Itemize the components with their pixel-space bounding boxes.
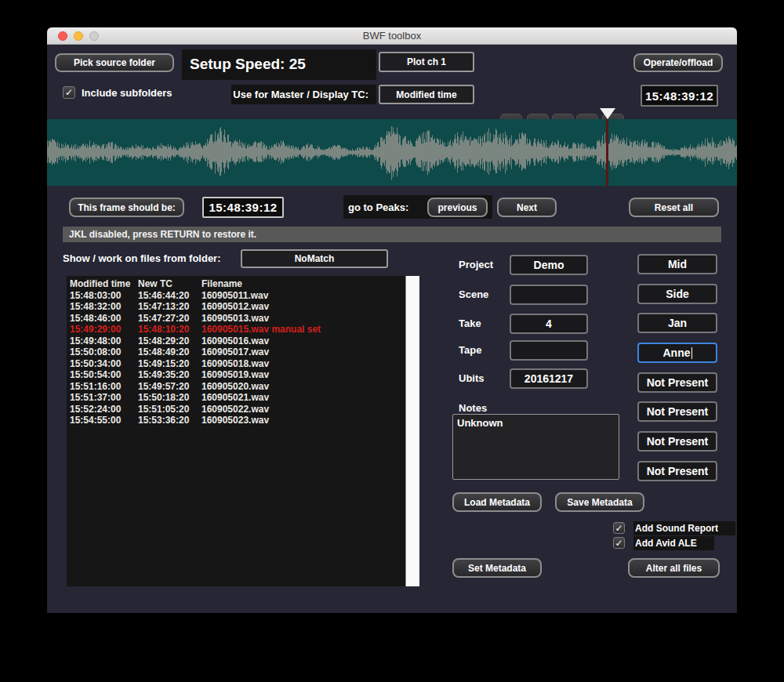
file-row[interactable]: 15:51:16:0015:49:57:20160905020.wav: [70, 381, 405, 393]
file-row-cell: 15:50:18:20: [138, 392, 201, 404]
include-subfolders-checkbox[interactable]: ✓: [63, 86, 75, 99]
file-row[interactable]: 15:48:03:0015:46:44:20160905011.wav: [70, 290, 405, 302]
track-name-field-8[interactable]: Not Present: [637, 461, 717, 481]
set-metadata-button[interactable]: Set Metadata: [452, 558, 542, 578]
reset-all-button[interactable]: Reset all: [629, 198, 719, 217]
file-row-cell: 15:51:37:00: [70, 392, 138, 404]
status-bar: JKL disabled, press RETURN to restore it…: [63, 227, 721, 242]
track-name-field-5[interactable]: Not Present: [637, 372, 717, 393]
title-bar[interactable]: BWF toolbox: [47, 27, 737, 45]
file-row-cell: 15:53:36:20: [138, 415, 201, 426]
use-for-master-label: Use for Master / Display TC:: [231, 85, 376, 104]
track-name-field-2[interactable]: Side: [637, 284, 717, 304]
file-row-cell: 15:50:54:00: [70, 369, 138, 381]
file-row-cell: 15:49:48:00: [70, 336, 138, 347]
file-row-cell: 15:51:16:00: [70, 381, 138, 393]
track-name-field-7[interactable]: Not Present: [637, 431, 717, 452]
tape-label: Tape: [459, 344, 481, 356]
file-row-cell: 160905022.wav: [201, 404, 269, 415]
file-row-cell: 15:49:15:20: [138, 358, 201, 370]
file-row-cell: 160905012.wav: [201, 301, 269, 313]
file-row-cell: 160905013.wav: [201, 313, 269, 325]
file-row-cell: 15:48:03:00: [70, 290, 138, 302]
master-timecode-display: 15:48:39:12: [641, 85, 718, 107]
desktop-background: BWF toolbox Pick source folder Setup Spe…: [0, 0, 784, 682]
show-work-label: Show / work on files from folder:: [63, 252, 221, 264]
file-list-scrollbar[interactable]: [405, 276, 419, 586]
file-row-cell: 160905021.wav: [201, 392, 269, 404]
project-label: Project: [459, 259, 493, 270]
file-row-cell: 15:51:05:20: [138, 404, 201, 415]
window-title: BWF toolbox: [47, 30, 737, 42]
frame-timecode-input[interactable]: 15:48:39:12: [202, 197, 284, 218]
plot-ch1-button[interactable]: Plot ch 1: [379, 52, 474, 72]
column-filename: Filename: [201, 278, 242, 290]
track-name-field-3[interactable]: Jan: [637, 313, 717, 333]
file-row[interactable]: 15:50:34:0015:49:15:20160905018.wav: [70, 358, 405, 370]
notes-label: Notes: [459, 402, 487, 414]
file-row-cell: 160905023.wav: [201, 415, 269, 426]
file-row-cell: 15:48:46:00: [70, 313, 138, 325]
file-row[interactable]: 15:54:55:0015:53:36:20160905023.wav: [70, 415, 405, 426]
scene-field[interactable]: [510, 285, 588, 305]
file-row-cell: 160905016.wav: [201, 336, 269, 347]
file-row-cell: 15:54:55:00: [70, 415, 138, 426]
file-row-cell: 160905018.wav: [201, 358, 269, 370]
setup-speed-panel: Setup Speed: 25: [182, 49, 376, 80]
file-rows: 15:48:03:0015:46:44:20160905011.wav15:48…: [70, 290, 405, 426]
ubits-label: Ubits: [459, 372, 485, 384]
previous-peak-button[interactable]: previous: [427, 198, 488, 217]
file-row[interactable]: 15:51:37:0015:50:18:20160905021.wav: [70, 392, 405, 404]
bwf-toolbox-window: BWF toolbox Pick source folder Setup Spe…: [47, 27, 737, 613]
next-peak-button[interactable]: Next: [497, 198, 557, 217]
track-name-field-1[interactable]: Mid: [637, 254, 717, 274]
file-row-cell: 160905020.wav: [201, 381, 269, 393]
notes-textarea[interactable]: Unknown: [452, 414, 619, 480]
file-row-cell: 15:47:27:20: [138, 313, 201, 325]
take-field[interactable]: 4: [510, 314, 588, 334]
save-metadata-button[interactable]: Save Metadata: [555, 492, 644, 512]
file-row-cell: 15:49:57:20: [138, 381, 201, 393]
file-row[interactable]: 15:50:08:0015:48:49:20160905017.wav: [70, 346, 405, 358]
file-row-cell: 160905019.wav: [201, 369, 269, 381]
this-frame-should-be-button[interactable]: This frame should be:: [69, 198, 184, 217]
playhead-marker[interactable]: [600, 108, 615, 119]
file-row-cell: 15:48:49:20: [138, 346, 201, 358]
add-avid-ale-checkbox[interactable]: ✓: [613, 537, 625, 549]
pick-source-folder-button[interactable]: Pick source folder: [55, 53, 174, 72]
tape-field[interactable]: [510, 340, 588, 361]
file-list: Modified time New TC Filename 15:48:03:0…: [67, 276, 419, 586]
playhead-line: [606, 119, 608, 186]
file-row-cell: 15:50:34:00: [70, 358, 138, 370]
file-row[interactable]: 15:49:29:0015:48:10:20160905015.wav manu…: [70, 324, 405, 336]
go-to-peaks-label: go to Peaks:: [348, 201, 408, 213]
file-row[interactable]: 15:48:32:0015:47:13:20160905012.wav: [70, 301, 405, 313]
text-caret: [691, 347, 692, 359]
project-field[interactable]: Demo: [510, 255, 588, 275]
file-row-cell: 15:48:10:20: [138, 324, 201, 336]
file-list-content[interactable]: Modified time New TC Filename 15:48:03:0…: [67, 276, 405, 586]
file-row-cell: 15:47:13:20: [138, 301, 201, 313]
modified-time-button[interactable]: Modified time: [379, 85, 474, 104]
track-name-field-4[interactable]: Anne: [637, 343, 717, 363]
take-label: Take: [459, 317, 481, 329]
file-row[interactable]: 15:52:24:0015:51:05:20160905022.wav: [70, 404, 405, 415]
file-list-header: Modified time New TC Filename: [70, 278, 405, 290]
file-row[interactable]: 15:49:48:0015:48:29:20160905016.wav: [70, 336, 405, 347]
alter-all-files-button[interactable]: Alter all files: [628, 558, 720, 578]
folder-filter-button[interactable]: NoMatch: [241, 249, 388, 268]
file-row-cell: 15:50:08:00: [70, 346, 138, 358]
track-name-field-6[interactable]: Not Present: [637, 401, 717, 422]
file-row-cell: 160905015.wav manual set: [201, 324, 321, 336]
operate-offload-button[interactable]: Operate/offload: [633, 53, 723, 72]
ubits-field[interactable]: 20161217: [510, 368, 588, 389]
add-sound-report-checkbox[interactable]: ✓: [613, 522, 625, 534]
file-row-cell: 160905011.wav: [201, 290, 268, 302]
add-avid-ale-label: Add Avid ALE: [633, 536, 714, 550]
file-row[interactable]: 15:50:54:0015:49:35:20160905019.wav: [70, 369, 405, 381]
waveform-display[interactable]: [47, 119, 737, 186]
include-subfolders-label: Include subfolders: [82, 87, 172, 99]
load-metadata-button[interactable]: Load Metadata: [452, 492, 542, 512]
add-sound-report-label: Add Sound Report: [633, 521, 735, 535]
file-row[interactable]: 15:48:46:0015:47:27:20160905013.wav: [70, 313, 405, 325]
